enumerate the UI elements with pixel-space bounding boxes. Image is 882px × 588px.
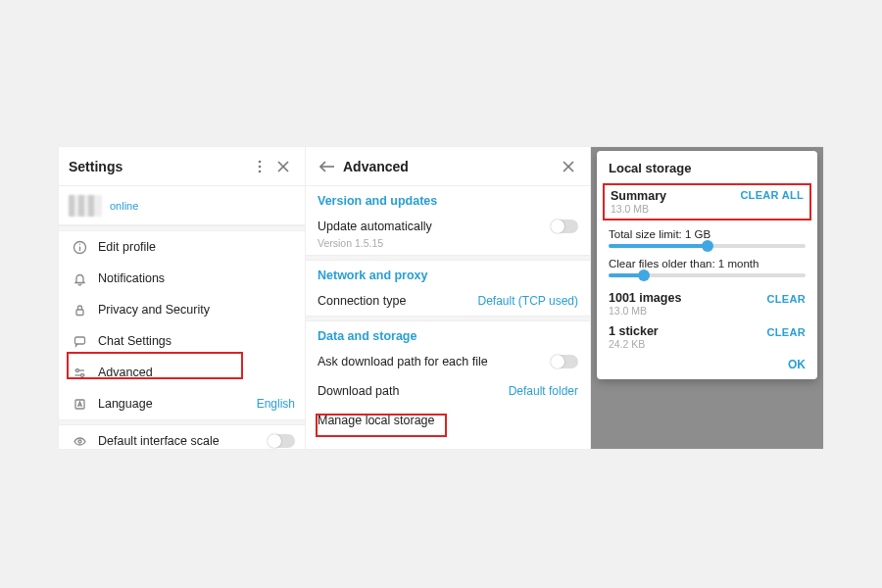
sidebar-item-language[interactable]: Language English (59, 388, 305, 419)
section-version-heading: Version and updates (306, 186, 590, 212)
sidebar-item-label: Privacy and Security (98, 303, 295, 317)
storage-item-images: 1001 images 13.0 MB CLEAR (609, 287, 806, 320)
size-limit-slider[interactable] (609, 244, 806, 248)
settings-title: Settings (69, 159, 248, 174)
size-limit-field: Total size limit: 1 GB (609, 228, 806, 248)
interface-scale-row[interactable]: Default interface scale (59, 425, 305, 449)
more-icon[interactable] (248, 155, 271, 178)
back-icon[interactable] (316, 155, 339, 178)
clear-button[interactable]: CLEAR (767, 326, 806, 338)
download-path-value: Default folder (509, 384, 578, 398)
svg-point-2 (259, 170, 262, 172)
eye-icon (69, 434, 90, 449)
older-than-label: Clear files older than: 1 month (609, 258, 806, 270)
connection-type-label: Connection type (318, 294, 478, 308)
bell-icon (69, 271, 90, 286)
sidebar-item-chat-settings[interactable]: Chat Settings (59, 325, 305, 357)
sidebar-item-label: Edit profile (98, 240, 295, 254)
older-than-field: Clear files older than: 1 month (609, 258, 806, 277)
section-network-heading: Network and proxy (306, 261, 590, 286)
svg-point-0 (259, 160, 262, 163)
storage-item-size: 24.2 KB (609, 338, 767, 350)
slider-fill (609, 244, 708, 248)
svg-point-7 (78, 243, 79, 244)
svg-point-13 (80, 373, 83, 376)
clear-all-button[interactable]: CLEAR ALL (740, 189, 804, 201)
sidebar-item-privacy[interactable]: Privacy and Security (59, 294, 305, 325)
summary-size: 13.0 MB (611, 203, 740, 215)
scale-toggle[interactable] (268, 434, 295, 448)
user-status: online (110, 200, 138, 212)
sidebar-item-label: Chat Settings (98, 334, 295, 348)
manage-local-storage-row[interactable]: Manage local storage (306, 406, 590, 435)
older-than-slider[interactable] (609, 273, 806, 277)
sidebar-item-label: Notifications (98, 271, 295, 285)
update-auto-label: Update automatically (318, 220, 551, 233)
sidebar-item-label: Language (98, 397, 257, 411)
version-sub: Version 1.5.15 (306, 237, 590, 255)
download-path-label: Download path (318, 384, 509, 398)
info-icon (69, 240, 90, 255)
sliders-icon (69, 366, 90, 380)
sidebar-item-advanced[interactable]: Advanced (59, 357, 305, 388)
summary-label: Summary (611, 189, 740, 203)
slider-knob[interactable] (638, 270, 650, 281)
svg-rect-8 (76, 310, 83, 316)
update-auto-toggle[interactable] (551, 220, 578, 233)
settings-panel: Settings online Edit profile Notificatio… (59, 147, 306, 449)
close-icon[interactable] (271, 155, 295, 178)
scale-label: Default interface scale (98, 434, 268, 448)
ask-download-path-row[interactable]: Ask download path for each file (306, 347, 590, 376)
ask-download-path-toggle[interactable] (551, 355, 578, 368)
profile-row[interactable]: online (59, 186, 305, 225)
storage-item-label: 1 sticker (609, 324, 767, 338)
storage-item-label: 1001 images (609, 291, 767, 305)
summary-row: Summary 13.0 MB CLEAR ALL (603, 183, 811, 220)
language-icon (69, 397, 90, 412)
svg-point-17 (78, 440, 81, 443)
storage-item-size: 13.0 MB (609, 305, 767, 317)
svg-rect-9 (74, 337, 84, 344)
advanced-title: Advanced (343, 159, 557, 174)
svg-point-10 (75, 368, 78, 371)
sidebar-item-notifications[interactable]: Notifications (59, 263, 305, 294)
local-storage-dialog: Local storage Summary 13.0 MB CLEAR ALL … (597, 151, 817, 379)
manage-local-storage-label: Manage local storage (318, 414, 578, 427)
connection-type-row[interactable]: Connection type Default (TCP used) (306, 286, 590, 316)
chat-icon (69, 334, 90, 349)
svg-point-1 (259, 165, 262, 168)
connection-type-value: Default (TCP used) (478, 294, 579, 308)
storage-item-stickers: 1 sticker 24.2 KB CLEAR (609, 320, 806, 354)
sidebar-item-edit-profile[interactable]: Edit profile (59, 231, 305, 263)
download-path-row[interactable]: Download path Default folder (306, 376, 590, 406)
section-data-heading: Data and storage (306, 321, 590, 347)
lock-icon (69, 303, 90, 318)
ok-button[interactable]: OK (609, 354, 806, 371)
ask-download-path-label: Ask download path for each file (318, 355, 551, 368)
sidebar-item-label: Advanced (98, 366, 295, 379)
clear-button[interactable]: CLEAR (767, 293, 806, 305)
slider-knob[interactable] (702, 240, 713, 252)
dialog-title: Local storage (609, 161, 806, 175)
avatar (69, 195, 102, 217)
local-storage-backdrop: Local storage Summary 13.0 MB CLEAR ALL … (591, 147, 823, 449)
advanced-panel: Advanced Version and updates Update auto… (306, 147, 591, 449)
language-value: English (257, 397, 295, 411)
size-limit-label: Total size limit: 1 GB (609, 228, 806, 240)
close-icon[interactable] (557, 155, 580, 178)
